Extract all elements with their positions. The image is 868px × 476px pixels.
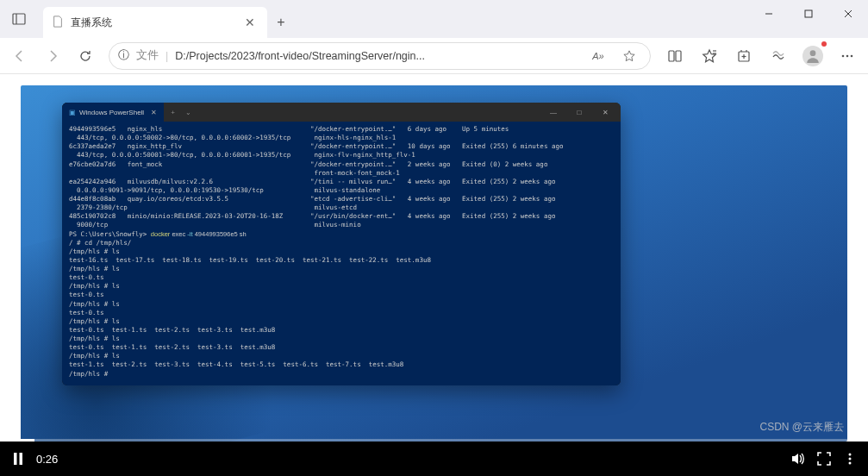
svg-point-21	[849, 454, 852, 456]
svg-rect-6	[669, 51, 674, 61]
svg-rect-19	[14, 453, 17, 465]
minimize-button[interactable]	[749, 0, 789, 28]
video-player: ▣ Windows PowerShell ✕ + ⌄ — □ ✕ 4944993…	[0, 74, 868, 476]
volume-button[interactable]	[790, 451, 806, 467]
separator: |	[165, 50, 168, 62]
refresh-button[interactable]	[71, 41, 100, 71]
browser-titlebar: 直播系统 ✕ +	[0, 0, 868, 38]
ps-maximize[interactable]: □	[567, 104, 591, 120]
profile-button[interactable]	[797, 41, 828, 71]
svg-point-18	[851, 54, 853, 57]
ps-tab-title: Windows PowerShell	[79, 109, 144, 116]
svg-rect-0	[13, 14, 25, 24]
browser-tab[interactable]: 直播系统 ✕	[43, 7, 267, 38]
read-aloud-icon[interactable]: A»	[586, 51, 610, 61]
more-button[interactable]	[832, 41, 863, 71]
favorite-icon[interactable]	[617, 50, 641, 62]
ps-close[interactable]: ✕	[593, 104, 617, 120]
ps-minimize[interactable]: —	[541, 104, 565, 120]
svg-point-22	[849, 458, 852, 460]
new-tab-button[interactable]: +	[267, 7, 295, 38]
video-time: 0:26	[36, 453, 58, 466]
favorites-icon[interactable]	[694, 41, 725, 71]
info-icon[interactable]: ⓘ	[118, 48, 129, 63]
back-button[interactable]	[5, 41, 34, 71]
powershell-window: ▣ Windows PowerShell ✕ + ⌄ — □ ✕ 4944993…	[62, 103, 621, 385]
powershell-icon: ▣	[69, 109, 76, 116]
ps-titlebar: ▣ Windows PowerShell ✕ + ⌄ — □ ✕	[62, 103, 621, 122]
pause-button[interactable]	[10, 451, 26, 467]
url-text: D:/Projects/2023/front-video/StreamingSe…	[175, 50, 579, 62]
watermark: CSDN @云来雁去	[759, 420, 844, 435]
url-scheme-label: 文件	[136, 48, 159, 63]
ps-new-tab[interactable]: +	[164, 109, 182, 116]
svg-rect-20	[20, 453, 23, 465]
video-frame[interactable]: ▣ Windows PowerShell ✕ + ⌄ — □ ✕ 4944993…	[21, 85, 847, 442]
page-viewport: ▣ Windows PowerShell ✕ + ⌄ — □ ✕ 4944993…	[0, 74, 868, 476]
more-options-button[interactable]	[842, 451, 858, 467]
collections-icon[interactable]	[728, 41, 759, 71]
ps-tab[interactable]: ▣ Windows PowerShell ✕	[62, 103, 164, 122]
file-icon	[52, 16, 64, 30]
window-controls	[749, 0, 868, 38]
split-screen-icon[interactable]	[659, 41, 690, 71]
forward-button[interactable]	[38, 41, 67, 71]
close-window-button[interactable]	[828, 0, 868, 28]
tab-title: 直播系统	[71, 16, 112, 30]
svg-point-16	[842, 54, 845, 57]
svg-rect-3	[805, 10, 812, 17]
svg-rect-7	[676, 51, 681, 61]
tab-actions-button[interactable]	[0, 0, 38, 38]
url-field[interactable]: ⓘ 文件 | D:/Projects/2023/front-video/Stre…	[109, 42, 651, 70]
terminal-output: 4944993596e5 nginx_hls "/docker-entrypoi…	[62, 122, 621, 385]
performance-icon[interactable]	[763, 41, 794, 71]
svg-point-15	[810, 50, 816, 56]
avatar-icon	[802, 46, 823, 66]
svg-point-17	[846, 54, 849, 57]
video-controls: 0:26	[0, 442, 868, 476]
svg-point-23	[849, 462, 852, 465]
maximize-button[interactable]	[789, 0, 828, 28]
address-bar: ⓘ 文件 | D:/Projects/2023/front-video/Stre…	[0, 38, 868, 74]
ps-tab-close[interactable]: ✕	[151, 109, 157, 116]
close-tab-button[interactable]: ✕	[241, 14, 259, 31]
ps-dropdown[interactable]: ⌄	[182, 109, 195, 116]
fullscreen-button[interactable]	[816, 451, 832, 467]
